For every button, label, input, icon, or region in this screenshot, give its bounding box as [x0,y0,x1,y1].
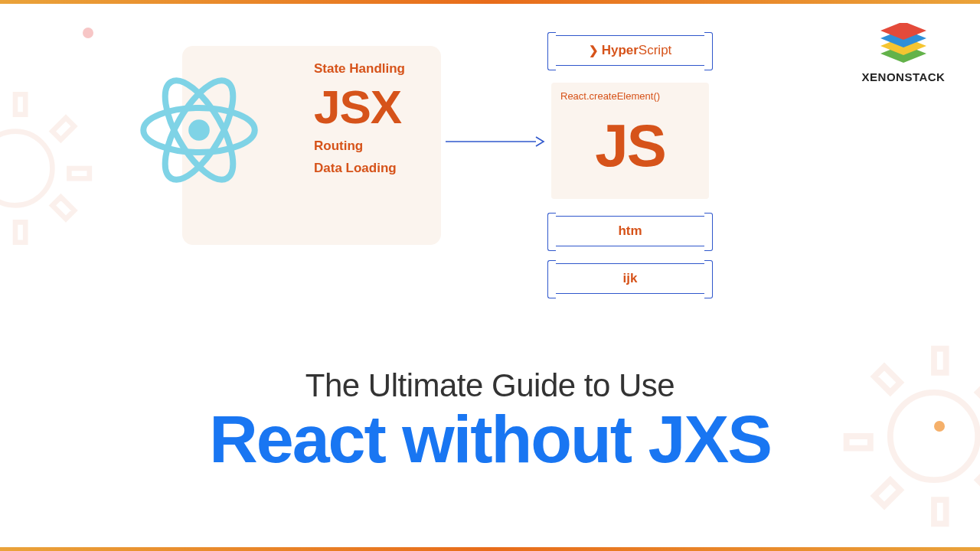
chip-hyperscript: ❯ HyperScript [551,35,709,66]
chip-ijk-label: ijk [623,271,638,286]
chip-htm: htm [551,216,709,246]
create-element-label: React.createElement() [560,90,700,102]
bottom-border [0,547,980,551]
jsx-label-state-handling: State Handling [314,61,405,77]
chip-ijk: ijk [551,263,709,294]
js-label: JS [560,116,700,175]
react-icon [138,69,260,191]
jsx-label-data-loading: Data Loading [314,161,405,176]
jsx-label-routing: Routing [314,139,405,154]
title-line1: The Ultimate Guide to Use [0,367,980,404]
chip-create-element: React.createElement() JS [551,83,709,199]
alternatives-column: ❯ HyperScript React.createElement() JS h… [551,35,712,311]
chip-hyperscript-label: ❯ HyperScript [589,43,672,58]
title: The Ultimate Guide to Use React without … [0,367,980,474]
jsx-feature-list: State Handling JSX Routing Data Loading [314,61,405,184]
svg-point-0 [0,132,52,206]
chevron-right-icon: ❯ [589,44,599,57]
xenonstack-icon [877,23,930,66]
top-border [0,0,980,4]
svg-point-5 [188,119,210,141]
brand-logo: XENONSTACK [858,23,949,83]
diagram-stage: XENONSTACK State Handling JSX Routing Da… [0,0,980,551]
title-line2: React without JXS [0,404,980,474]
brand-name: XENONSTACK [858,70,949,83]
deco-gear-left [0,84,100,253]
chip-htm-label: htm [618,223,642,239]
jsx-label-main: JSX [314,80,405,134]
deco-dot-pink [83,28,93,38]
arrow-icon [446,134,545,149]
